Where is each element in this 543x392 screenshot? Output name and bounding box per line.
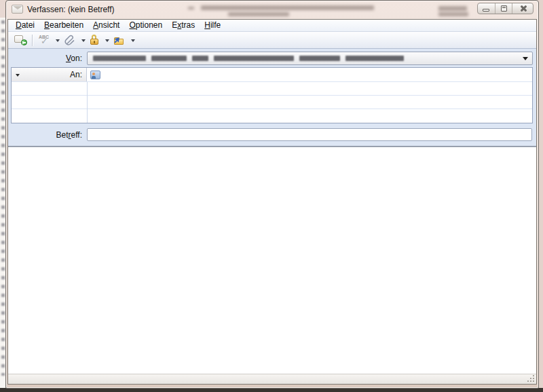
from-identity-select[interactable] — [87, 52, 533, 65]
spellcheck-button[interactable]: ✓ ABC — [35, 33, 53, 47]
message-headers: Von: — [8, 49, 536, 147]
message-body-editor[interactable] — [8, 147, 536, 374]
subject-input[interactable] — [87, 128, 532, 141]
save-folder-icon — [113, 35, 126, 45]
glass-blur-artifact — [188, 7, 194, 9]
titlebar[interactable]: Verfassen: (kein Betreff) — [6, 1, 538, 19]
redacted-text-blur — [214, 56, 294, 61]
abc-check-icon: ✓ ABC — [38, 35, 50, 45]
paperclip-icon — [64, 35, 76, 45]
security-button[interactable] — [87, 33, 102, 47]
lock-icon — [90, 35, 100, 45]
attach-button[interactable] — [61, 33, 79, 47]
recipient-row: An: — [12, 68, 532, 82]
menu-hilfe[interactable]: Hilfe — [200, 20, 225, 31]
menu-bearbeiten[interactable]: Bearbeiten — [39, 20, 88, 31]
window-title: Verfassen: (kein Betreff) — [27, 5, 115, 14]
redacted-text-blur — [345, 56, 404, 61]
close-icon — [519, 5, 527, 12]
redacted-text-blur — [192, 56, 208, 61]
attach-dropdown-arrow[interactable] — [81, 39, 86, 44]
maximize-button[interactable] — [495, 3, 512, 14]
glass-blur-artifact — [201, 5, 374, 10]
recipient-type-dropdown[interactable]: An: — [12, 68, 87, 81]
resize-grip-icon[interactable] — [527, 374, 535, 383]
window-controls — [477, 3, 533, 14]
background-window-right-edge — [539, 0, 543, 388]
minimize-icon — [483, 9, 489, 12]
security-dropdown-arrow[interactable] — [105, 39, 109, 44]
to-label: An: — [20, 70, 82, 79]
recipient-row[interactable] — [12, 109, 532, 123]
from-row: Von: — [8, 49, 536, 67]
maximize-icon — [501, 5, 507, 12]
address-card-icon — [90, 71, 100, 79]
recipient-input[interactable] — [87, 68, 532, 81]
glass-blur-artifact — [438, 6, 467, 11]
glass-blur-artifact — [228, 12, 289, 16]
glass-blur-artifact — [438, 12, 468, 16]
menu-extras[interactable]: Extras — [167, 20, 200, 31]
redacted-text-blur — [93, 56, 146, 61]
from-label: Von: — [8, 54, 87, 63]
recipient-row[interactable] — [12, 96, 532, 109]
redacted-text-blur — [299, 56, 340, 61]
recipients-grid: An: — [11, 67, 533, 123]
minimize-button[interactable] — [478, 3, 495, 14]
redacted-text-blur — [151, 56, 187, 61]
menubar: Datei Bearbeiten Ansicht Optionen Extras… — [8, 20, 536, 32]
save-button[interactable] — [111, 33, 128, 47]
menu-datei[interactable]: Datei — [11, 20, 39, 31]
envelope-send-icon — [14, 35, 27, 45]
recipient-row[interactable] — [12, 82, 532, 96]
menu-ansicht[interactable]: Ansicht — [88, 20, 124, 31]
compose-window: Verfassen: (kein Betreff) Datei Bearbeit… — [5, 0, 539, 389]
compose-envelope-icon — [12, 5, 23, 14]
save-dropdown-arrow[interactable] — [131, 39, 135, 44]
subject-label: Betreff: — [8, 130, 87, 140]
statusbar — [8, 374, 536, 384]
chevron-down-icon — [523, 57, 528, 63]
window-client-area: Datei Bearbeiten Ansicht Optionen Extras… — [7, 19, 537, 385]
desktop: Verfassen: (kein Betreff) Datei Bearbeit… — [0, 0, 543, 392]
menu-optionen[interactable]: Optionen — [124, 20, 167, 31]
subject-row: Betreff: — [8, 125, 536, 144]
send-button[interactable] — [12, 33, 30, 47]
toolbar-separator — [32, 35, 33, 46]
spellcheck-dropdown-arrow[interactable] — [56, 39, 60, 44]
grid-column-divider — [87, 82, 88, 123]
close-button[interactable] — [512, 3, 533, 14]
compose-toolbar: ✓ ABC — [8, 32, 536, 49]
